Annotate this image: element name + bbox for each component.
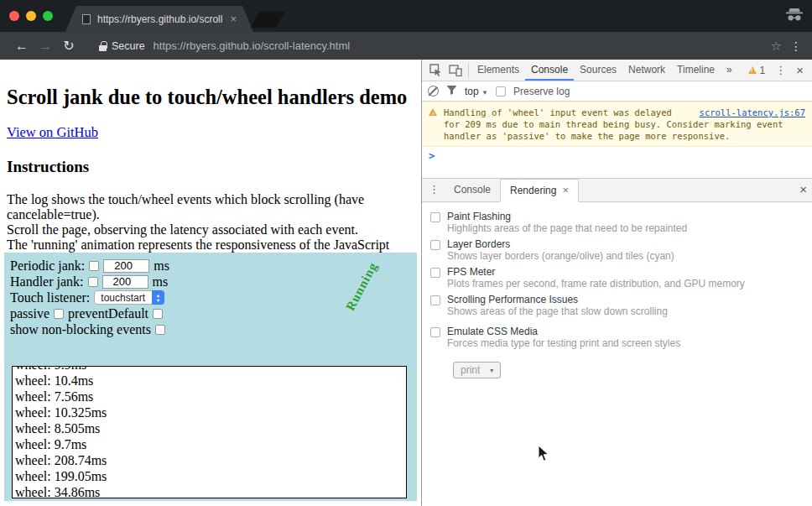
devtools-menu-icon[interactable]: ⋮ — [770, 64, 791, 76]
incognito-icon — [785, 8, 804, 25]
devtools-toolbar: Elements Console Sources Network Timelin… — [422, 60, 812, 81]
close-window-button[interactable] — [9, 11, 19, 21]
inspect-element-icon[interactable] — [425, 60, 445, 81]
devtools-drawer: ⋮ Console Rendering × × Paint Flashing — [422, 178, 812, 506]
tab-close-icon[interactable]: × — [230, 13, 237, 25]
instructions-paragraph: The log shows the touch/wheel events whi… — [7, 192, 414, 253]
option-label: Emulate CSS Media — [447, 326, 680, 337]
clear-console-icon[interactable] — [428, 86, 439, 97]
drawer-close-icon[interactable]: × — [794, 179, 812, 201]
console-warning-message: scroll-latency.js:67 Handling of 'wheel'… — [422, 102, 812, 147]
devtools-close-icon[interactable]: × — [791, 63, 809, 77]
demo-control-panel: Periodic jank: ms Handler jank: ms Touch… — [4, 253, 417, 501]
drawer-tab-rendering[interactable]: Rendering × — [500, 179, 579, 202]
log-entry: wheel: 10.325ms — [15, 404, 406, 420]
handler-jank-label: Handler jank: — [10, 274, 84, 290]
periodic-jank-checkbox[interactable] — [89, 261, 99, 271]
devtools-panel: Elements Console Sources Network Timelin… — [421, 60, 812, 506]
toolbar-separator — [468, 64, 469, 77]
handler-jank-checkbox[interactable] — [88, 277, 98, 287]
console-prompt[interactable]: > — [422, 147, 812, 165]
emulate-css-media-checkbox[interactable] — [430, 327, 440, 337]
execution-context-select[interactable]: top ▼ — [465, 86, 488, 97]
touch-listener-select[interactable]: touchstart ▲▼ — [94, 290, 164, 305]
warning-count[interactable]: 1 — [760, 65, 766, 76]
fps-meter-checkbox[interactable] — [430, 268, 440, 278]
scrolling-performance-checkbox[interactable] — [430, 295, 440, 305]
option-description: Shows areas of the page that slow down s… — [447, 305, 668, 317]
drawer-toolbar: ⋮ Console Rendering × × — [422, 179, 812, 202]
handler-jank-unit: ms — [153, 274, 169, 290]
option-description: Plots frames per second, frame rate dist… — [447, 278, 745, 290]
warning-badge-icon[interactable] — [748, 66, 757, 74]
option-description: Highlights areas of the page that need t… — [447, 222, 687, 234]
reload-button[interactable]: ↻ — [57, 38, 81, 54]
rendering-option: Layer Borders Shows layer borders (orang… — [430, 238, 805, 262]
non-blocking-label: show non-blocking events — [10, 322, 151, 337]
bookmark-star-icon[interactable]: ☆ — [771, 39, 782, 54]
periodic-jank-label: Periodic jank: — [10, 258, 85, 274]
drawer-menu-icon[interactable]: ⋮ — [424, 179, 445, 201]
option-label: FPS Meter — [447, 266, 745, 278]
select-stepper-icon: ▲▼ — [152, 290, 164, 305]
url-field[interactable]: https://rbyers.github.io/scroll-latency.… — [154, 39, 763, 52]
padlock-icon[interactable] — [99, 41, 107, 51]
log-entry: wheel: 34.86ms — [15, 484, 406, 498]
tab-elements[interactable]: Elements — [471, 60, 525, 81]
log-entry: wheel: 7.56ms — [15, 389, 406, 404]
paragraph-line: The log shows the touch/wheel events whi… — [7, 192, 414, 207]
touch-listener-value: touchstart — [101, 292, 145, 304]
rendering-option: Emulate CSS Media Forces media type for … — [430, 326, 805, 349]
periodic-jank-input[interactable] — [103, 259, 149, 273]
log-entry: wheel: 8.505ms — [15, 420, 406, 436]
tab-network[interactable]: Network — [622, 60, 671, 81]
minimize-window-button[interactable] — [26, 11, 36, 21]
more-tabs-chevron[interactable]: » — [721, 60, 738, 81]
log-entry: wheel: 9.7ms — [15, 436, 406, 452]
zoom-window-button[interactable] — [43, 11, 53, 21]
device-toolbar-icon[interactable] — [445, 60, 466, 81]
back-button[interactable]: ← — [10, 39, 34, 54]
page-favicon-icon — [82, 14, 91, 24]
new-tab-button[interactable] — [251, 12, 285, 28]
log-entry: wheel: 9.9ms — [15, 366, 406, 373]
event-log-box: wheel: 9.9ms wheel: 10.4ms wheel: 7.56ms… — [12, 366, 407, 498]
paint-flashing-checkbox[interactable] — [430, 212, 440, 222]
passive-label: passive — [10, 306, 49, 321]
tab-timeline[interactable]: Timeline — [671, 60, 721, 81]
non-blocking-checkbox[interactable] — [155, 325, 165, 335]
paragraph-line: The 'running' animation represents the r… — [7, 237, 414, 253]
tab-title: https://rbyers.github.io/scroll- — [97, 13, 223, 25]
browser-tab[interactable]: https://rbyers.github.io/scroll- × — [65, 6, 253, 32]
chevron-down-icon: ▾ — [490, 367, 493, 374]
rendering-option: Scrolling Performance Issues Shows areas… — [430, 294, 805, 317]
page-title: Scroll jank due to touch/wheel handlers … — [7, 86, 414, 109]
drawer-tab-close-icon[interactable]: × — [562, 180, 569, 201]
tab-console[interactable]: Console — [525, 60, 574, 81]
browser-menu-icon[interactable]: ⋮ — [790, 39, 802, 53]
log-entry: wheel: 199.05ms — [15, 468, 406, 484]
option-description: Forces media type for testing print and … — [447, 337, 680, 349]
filter-icon[interactable] — [446, 85, 457, 97]
console-toolbar: top ▼ Preserve log — [422, 81, 812, 102]
warning-source-link[interactable]: scroll-latency.js:67 — [700, 107, 805, 118]
layer-borders-checkbox[interactable] — [430, 240, 440, 250]
paragraph-line: cancelable=true). — [7, 207, 414, 222]
drawer-tab-console[interactable]: Console — [445, 179, 500, 201]
tab-sources[interactable]: Sources — [574, 60, 622, 81]
log-entry: wheel: 10.4ms — [15, 373, 406, 389]
prevent-default-checkbox[interactable] — [153, 309, 163, 319]
handler-jank-input[interactable] — [102, 275, 148, 289]
passive-checkbox[interactable] — [54, 309, 64, 319]
rendering-panel: Paint Flashing Highlights areas of the p… — [422, 202, 812, 506]
log-entry: wheel: 208.74ms — [15, 452, 406, 468]
option-label: Layer Borders — [447, 238, 674, 250]
tab-strip: https://rbyers.github.io/scroll- × — [0, 0, 812, 32]
preserve-log-checkbox[interactable] — [496, 86, 506, 97]
secure-label[interactable]: Secure — [112, 40, 145, 52]
prevent-default-label: preventDefault — [68, 306, 148, 321]
github-link[interactable]: View on GitHub — [7, 124, 98, 141]
css-media-select[interactable]: print ▾ — [453, 362, 501, 378]
address-bar: ← → ↻ Secure https://rbyers.github.io/sc… — [0, 32, 812, 60]
traffic-lights — [9, 11, 53, 21]
